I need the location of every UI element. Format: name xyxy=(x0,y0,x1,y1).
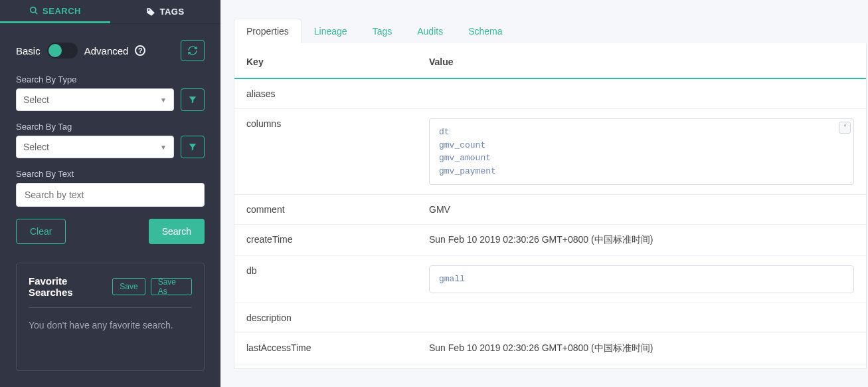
tab-schema[interactable]: Schema xyxy=(456,19,515,43)
tab-properties[interactable]: Properties xyxy=(234,19,302,43)
column-header-value: Value xyxy=(417,43,866,78)
table-row: lastAccessTime Sun Feb 10 2019 02:30:26 … xyxy=(234,332,866,364)
search-by-type-placeholder: Select xyxy=(23,94,49,105)
tab-tags[interactable]: Tags xyxy=(360,19,405,43)
search-button[interactable]: Search xyxy=(149,219,205,244)
favorite-save-as-button[interactable]: Save As xyxy=(151,278,192,295)
column-link[interactable]: gmv_count xyxy=(439,139,844,152)
svg-point-2 xyxy=(148,9,149,10)
prop-value: GMV xyxy=(417,195,866,225)
type-filter-button[interactable] xyxy=(181,88,205,111)
table-row: db gmall xyxy=(234,256,866,303)
column-link[interactable]: gmv_payment xyxy=(439,165,844,178)
prop-value: ˄ dt gmv_count gmv_amount gmv_payment xyxy=(417,109,866,195)
collapse-icon[interactable]: ˄ xyxy=(839,122,851,134)
search-icon xyxy=(29,6,39,15)
main-panel: Properties Lineage Tags Audits Schema Ke… xyxy=(220,0,868,387)
prop-key: name xyxy=(234,364,417,369)
sidebar-tab-search-label: SEARCH xyxy=(43,6,81,16)
tab-audits[interactable]: Audits xyxy=(404,19,456,43)
divider xyxy=(29,307,192,308)
mode-advanced-label: Advanced xyxy=(84,45,129,57)
table-row: columns ˄ dt gmv_count gmv_amount gmv_pa… xyxy=(234,109,866,195)
svg-point-0 xyxy=(31,7,36,13)
sidebar-tabs: SEARCH TAGS xyxy=(0,0,220,24)
tab-lineage[interactable]: Lineage xyxy=(302,19,360,43)
help-icon[interactable]: ? xyxy=(135,45,145,56)
mode-toggle-row: Basic Advanced ? xyxy=(16,40,205,61)
svg-line-1 xyxy=(35,12,38,15)
table-row: createTime Sun Feb 10 2019 02:30:26 GMT+… xyxy=(234,225,866,256)
search-by-tag-placeholder: Select xyxy=(23,142,49,152)
properties-table: Key Value aliases columns ˄ d xyxy=(234,43,866,369)
prop-value: gmall xyxy=(417,256,866,303)
column-header-key: Key xyxy=(234,43,417,78)
prop-value: Sun Feb 10 2019 02:30:26 GMT+0800 (中国标准时… xyxy=(417,225,866,256)
table-row: name ads_gmv_sum_day xyxy=(234,364,866,369)
prop-value xyxy=(417,303,866,332)
detail-tabs: Properties Lineage Tags Audits Schema xyxy=(234,19,868,43)
favorite-searches-title: Favorite Searches xyxy=(29,275,107,298)
columns-codebox: ˄ dt gmv_count gmv_amount gmv_payment xyxy=(429,118,854,185)
column-link[interactable]: dt xyxy=(439,126,844,139)
search-by-tag-select[interactable]: Select ▼ xyxy=(16,136,174,158)
mode-basic-label: Basic xyxy=(16,45,41,57)
prop-key: columns xyxy=(234,109,417,195)
search-by-type-label: Search By Type xyxy=(16,74,205,84)
prop-key: db xyxy=(234,256,417,303)
favorite-save-button[interactable]: Save xyxy=(112,278,145,295)
column-link[interactable]: gmv_amount xyxy=(439,152,844,165)
db-codebox: gmall xyxy=(429,265,854,293)
table-row: description xyxy=(234,303,866,332)
caret-down-icon: ▼ xyxy=(160,144,167,151)
properties-panel: Key Value aliases columns ˄ d xyxy=(234,43,867,369)
prop-key: lastAccessTime xyxy=(234,332,417,364)
tag-filter-button[interactable] xyxy=(181,136,205,158)
clear-button[interactable]: Clear xyxy=(16,219,66,244)
sidebar-tab-tags-label: TAGS xyxy=(159,7,184,17)
prop-key: aliases xyxy=(234,78,417,109)
sidebar: SEARCH TAGS Basic Advanced ? Search By T… xyxy=(0,0,220,387)
search-text-input[interactable] xyxy=(16,183,205,207)
mode-toggle[interactable] xyxy=(47,43,78,59)
favorite-empty-message: You don't have any favorite search. xyxy=(29,320,192,330)
sidebar-tab-tags[interactable]: TAGS xyxy=(110,0,220,23)
refresh-button[interactable] xyxy=(181,40,205,61)
search-by-tag-label: Search By Tag xyxy=(16,122,205,132)
search-by-text-label: Search By Text xyxy=(16,169,205,179)
sidebar-tab-search[interactable]: SEARCH xyxy=(0,0,110,23)
search-by-type-select[interactable]: Select ▼ xyxy=(16,88,174,111)
tags-icon xyxy=(146,7,155,17)
prop-value: ads_gmv_sum_day xyxy=(417,364,866,369)
prop-value: Sun Feb 10 2019 02:30:26 GMT+0800 (中国标准时… xyxy=(417,332,866,364)
table-row: aliases xyxy=(234,78,866,109)
db-link[interactable]: gmall xyxy=(439,273,844,286)
prop-key: comment xyxy=(234,195,417,225)
prop-key: createTime xyxy=(234,225,417,256)
caret-down-icon: ▼ xyxy=(160,96,167,104)
table-row: comment GMV xyxy=(234,195,866,225)
prop-key: description xyxy=(234,303,417,332)
favorite-searches-box: Favorite Searches Save Save As You don't… xyxy=(16,263,205,371)
prop-value xyxy=(417,78,866,109)
